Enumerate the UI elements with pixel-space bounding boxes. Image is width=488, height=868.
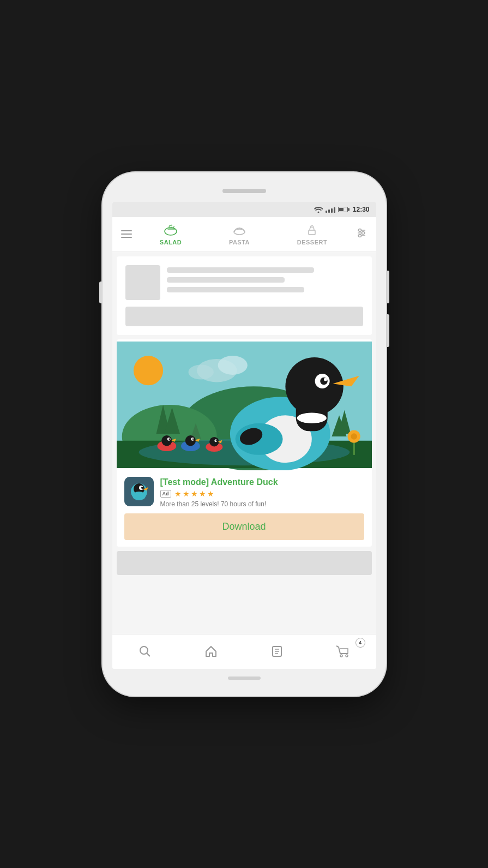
svg-point-6: [358, 229, 361, 231]
hamburger-line: [121, 230, 132, 231]
duck-illustration: [117, 339, 372, 470]
app-icon: [124, 477, 154, 506]
bottom-nav: 4: [112, 634, 376, 669]
placeholder-line-3: [167, 287, 304, 292]
top-nav: SALAD PASTA: [112, 217, 376, 252]
main-content: [Test mode] Adventure Duck Ad ★ ★ ★ ★ ★: [112, 252, 376, 634]
nav-cart[interactable]: 4: [310, 634, 376, 669]
svg-point-42: [209, 436, 219, 446]
star-5: ★: [207, 489, 214, 498]
svg-point-47: [351, 433, 357, 440]
star-3: ★: [191, 489, 198, 498]
nav-search[interactable]: [112, 634, 178, 669]
placeholder-card: [117, 256, 372, 335]
star-1: ★: [174, 489, 182, 498]
placeholder-line-1: [167, 267, 314, 273]
svg-point-12: [218, 356, 247, 375]
cart-icon: [336, 645, 350, 658]
home-bar: [228, 677, 261, 680]
svg-point-40: [192, 438, 194, 440]
svg-point-7: [362, 231, 364, 234]
pasta-icon: [232, 223, 247, 238]
tab-pasta[interactable]: PASTA: [222, 218, 256, 250]
svg-point-8: [358, 234, 361, 237]
ad-title-row: [Test mode] Adventure Duck Ad ★ ★ ★ ★ ★: [124, 477, 364, 508]
status-bar: 12:30: [112, 202, 376, 217]
svg-rect-2: [309, 230, 315, 235]
nav-home[interactable]: [178, 634, 244, 669]
ad-meta: Ad ★ ★ ★ ★ ★: [160, 489, 364, 498]
download-button[interactable]: Download: [124, 513, 364, 540]
svg-point-52: [141, 487, 143, 489]
svg-point-30: [324, 378, 327, 381]
list-icon: [270, 645, 284, 658]
cart-badge: 4: [356, 638, 365, 648]
hamburger-line: [121, 237, 132, 238]
placeholder-image: [125, 265, 160, 300]
svg-point-38: [185, 435, 195, 446]
status-icons: 12:30: [314, 206, 370, 213]
star-4: ★: [199, 489, 206, 498]
status-time: 12:30: [353, 206, 370, 213]
placeholder-bar: [125, 307, 363, 326]
menu-button[interactable]: [117, 226, 136, 242]
salad-icon: [163, 223, 178, 238]
placeholder-line-2: [167, 277, 285, 283]
speaker: [222, 189, 266, 193]
svg-point-44: [215, 440, 216, 441]
search-icon: [138, 645, 152, 658]
hamburger-line: [121, 234, 132, 235]
ad-badge: Ad: [160, 490, 171, 498]
ad-title: [Test mode] Adventure Duck: [160, 477, 364, 487]
dessert-icon: [304, 223, 320, 238]
tab-salad-label: SALAD: [160, 239, 182, 246]
ad-image: [117, 339, 372, 470]
tab-pasta-label: PASTA: [229, 239, 250, 246]
phone-frame: 12:30: [103, 172, 386, 696]
filter-button[interactable]: [351, 223, 372, 246]
wifi-icon: [314, 206, 323, 213]
ad-info: [Test mode] Adventure Duck Ad ★ ★ ★ ★ ★: [160, 477, 364, 508]
svg-point-10: [133, 356, 162, 385]
home-icon: [204, 645, 218, 658]
svg-point-53: [132, 492, 146, 500]
svg-point-13: [188, 364, 213, 379]
placeholder-row: [125, 265, 363, 300]
ad-card: [Test mode] Adventure Duck Ad ★ ★ ★ ★ ★: [117, 339, 372, 547]
svg-point-54: [140, 646, 148, 654]
svg-point-36: [168, 438, 170, 440]
ad-description: More than 25 levels! 70 hours of fun!: [160, 500, 364, 508]
power-button: [387, 271, 389, 303]
battery-icon: [338, 207, 348, 212]
camera-button: [387, 314, 389, 347]
tab-dessert[interactable]: DESSERT: [291, 218, 334, 250]
signal-icon: [326, 206, 335, 213]
nav-list[interactable]: [244, 634, 310, 669]
phone-screen: 12:30: [112, 202, 376, 669]
star-2: ★: [183, 489, 190, 498]
tab-dessert-label: DESSERT: [297, 239, 327, 246]
star-rating: ★ ★ ★ ★ ★: [174, 489, 214, 498]
placeholder-card-2: [117, 551, 372, 575]
svg-point-62: [346, 655, 348, 657]
svg-point-34: [161, 435, 172, 446]
svg-point-27: [285, 357, 343, 415]
svg-point-31: [297, 412, 326, 423]
volume-button: [99, 282, 102, 303]
svg-line-55: [147, 653, 150, 656]
tab-salad[interactable]: SALAD: [153, 218, 188, 250]
svg-line-60: [336, 646, 339, 647]
placeholder-lines: [167, 265, 363, 300]
ad-content: [Test mode] Adventure Duck Ad ★ ★ ★ ★ ★: [117, 470, 372, 547]
category-tabs: SALAD PASTA: [136, 218, 351, 250]
svg-point-61: [340, 655, 342, 657]
